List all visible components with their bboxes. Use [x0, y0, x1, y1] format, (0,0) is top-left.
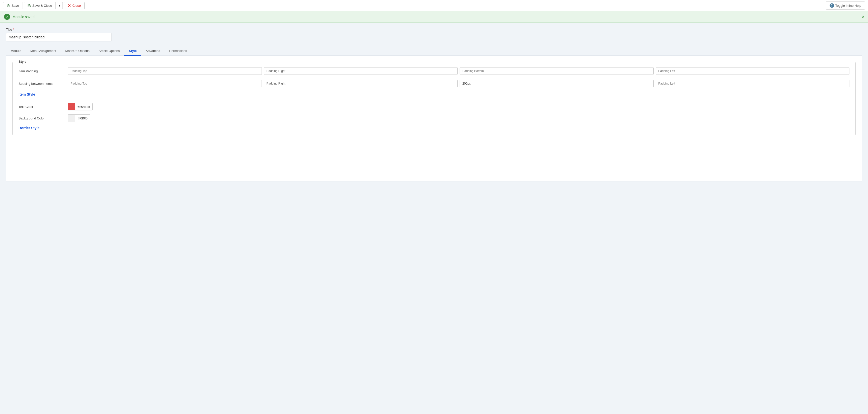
item-padding-label: Item Padding	[19, 69, 64, 73]
tab-style[interactable]: Style	[124, 46, 141, 56]
svg-rect-4	[28, 4, 30, 5]
text-color-picker[interactable]: #e04c4c	[68, 103, 93, 110]
background-color-picker[interactable]: #f0f0f0	[68, 115, 90, 122]
save-icon	[7, 4, 10, 7]
tab-module[interactable]: Module	[6, 46, 26, 56]
title-label-text: Title	[6, 28, 12, 31]
background-color-row: Background Color #f0f0f0	[19, 115, 849, 122]
close-button[interactable]: Close	[64, 2, 84, 9]
style-legend: Style	[17, 60, 28, 63]
style-fieldset: Style Item Padding Spacing between Items	[12, 62, 856, 135]
background-color-label: Background Color	[19, 117, 64, 120]
help-button[interactable]: ? Toggle Inline Help	[826, 1, 865, 9]
background-color-value: #f0f0f0	[75, 116, 90, 121]
notification-icon	[4, 14, 10, 20]
toolbar-left: Save Save & Close ▾ Close	[3, 2, 824, 9]
tab-permissions[interactable]: Permissions	[165, 46, 191, 56]
save-button[interactable]: Save	[3, 2, 23, 9]
spacing-right[interactable]	[264, 80, 458, 87]
border-style-heading: Border Style	[19, 126, 849, 130]
svg-rect-2	[7, 5, 10, 7]
text-color-label: Text Color	[19, 105, 64, 109]
title-label: Title *	[6, 28, 862, 31]
close-icon	[67, 4, 71, 7]
spacing-inputs	[68, 80, 849, 87]
tab-advanced[interactable]: Advanced	[141, 46, 165, 56]
notification-message: Module saved.	[12, 15, 35, 19]
spacing-bottom[interactable]	[460, 80, 654, 87]
tab-article-options[interactable]: Article Options	[94, 46, 124, 56]
spacing-row: Spacing between Items	[19, 80, 849, 87]
notification-banner: Module saved. ×	[0, 11, 868, 23]
spacing-top[interactable]	[68, 80, 262, 87]
toolbar: Save Save & Close ▾ Close ? Toggle Inlin…	[0, 0, 868, 11]
item-padding-top[interactable]	[68, 67, 262, 75]
save-label: Save	[11, 4, 19, 7]
item-padding-bottom[interactable]	[460, 67, 654, 75]
spacing-label: Spacing between Items	[19, 82, 64, 86]
background-color-swatch	[68, 115, 75, 122]
main-content: Title * Module Menu Assignment MashUp Op…	[0, 23, 868, 186]
title-input[interactable]	[6, 33, 112, 41]
item-padding-inputs	[68, 67, 849, 75]
chevron-down-icon: ▾	[59, 4, 61, 7]
help-icon: ?	[830, 3, 834, 8]
save-close-icon	[28, 4, 31, 7]
tab-menu-assignment[interactable]: Menu Assignment	[26, 46, 61, 56]
item-padding-right[interactable]	[264, 67, 458, 75]
save-close-button[interactable]: Save & Close	[24, 2, 56, 9]
tab-panel-style: Style Item Padding Spacing between Items	[6, 56, 862, 182]
tabs-nav: Module Menu Assignment MashUp Options Ar…	[6, 46, 862, 56]
help-label: Toggle Inline Help	[835, 4, 861, 7]
text-color-swatch	[68, 103, 75, 110]
notification-close-button[interactable]: ×	[862, 14, 865, 20]
item-padding-left[interactable]	[656, 67, 850, 75]
text-color-row: Text Color #e04c4c	[19, 103, 849, 110]
spacing-left[interactable]	[656, 80, 850, 87]
item-style-heading: Item Style	[19, 92, 64, 98]
save-close-dropdown-button[interactable]: ▾	[57, 2, 63, 9]
item-padding-row: Item Padding	[19, 67, 849, 75]
check-icon	[5, 15, 9, 19]
text-color-value: #e04c4c	[75, 104, 92, 109]
svg-rect-1	[8, 4, 9, 5]
close-label: Close	[72, 4, 81, 7]
svg-rect-5	[28, 5, 30, 7]
save-close-label: Save & Close	[32, 4, 52, 7]
tab-mashup-options[interactable]: MashUp Options	[61, 46, 94, 56]
required-marker: *	[13, 28, 14, 31]
